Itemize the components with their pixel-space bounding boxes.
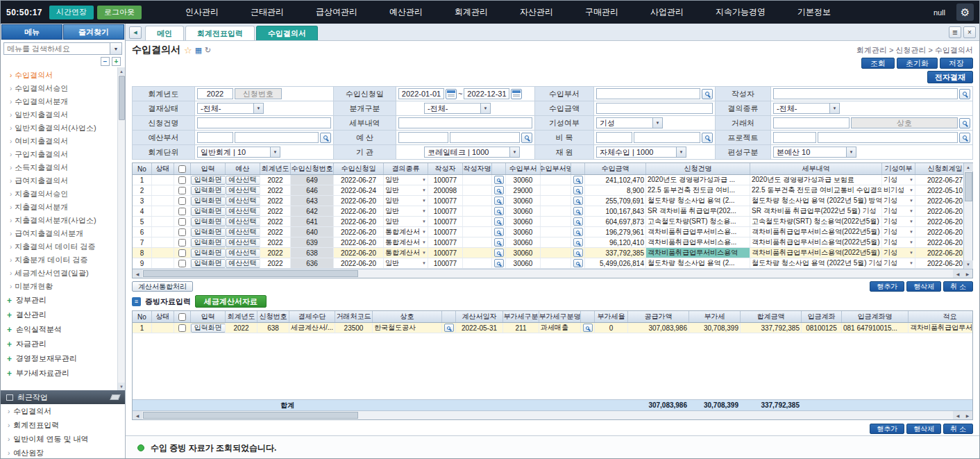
row-checkbox[interactable] — [178, 208, 186, 215]
row-checkbox[interactable] — [178, 197, 186, 205]
tab-journal-entry[interactable]: 회계전표입력 — [185, 26, 255, 40]
search-icon[interactable] — [573, 176, 583, 184]
search-icon[interactable] — [494, 249, 504, 257]
search-icon[interactable] — [521, 133, 532, 143]
table-row[interactable]: 6입력화면예산선택20226402022-06-20통합계산서▼10007730… — [133, 227, 963, 237]
fund-select[interactable]: 자체수입 | 1000▼ — [596, 147, 686, 158]
cell-request-date[interactable]: 2022-06-20 — [334, 206, 384, 216]
cell-status[interactable] — [152, 227, 174, 237]
cell-input-screen[interactable]: 입력화면 — [191, 196, 226, 206]
cell-writer-search[interactable] — [492, 196, 506, 206]
cell-detail[interactable]: SR 객차비품 취급업무(2022년 5월) 기성 — [750, 206, 882, 216]
input-screen-button[interactable]: 입력화면 — [191, 238, 226, 247]
cell-decision-type[interactable]: 일반▼ — [384, 196, 428, 206]
cell-detail[interactable]: 객차비품취급업무서비스용역(2022년5월) 기성 — [750, 237, 882, 247]
cell-detail[interactable]: 22.5 동부건축 전도금 여비교통비 수입결의(착... — [750, 185, 882, 195]
cell-writer-name[interactable] — [463, 185, 492, 195]
cell-checkbox[interactable] — [174, 237, 191, 247]
budget-select-button[interactable]: 예산선택 — [226, 186, 260, 195]
sidebar-group-item[interactable]: +경영정보재무관리 — [1, 351, 117, 366]
cell-status[interactable] — [152, 258, 174, 268]
cell-vat-rate[interactable]: 0 — [595, 323, 628, 333]
item-name-input[interactable] — [634, 132, 700, 143]
input-screen-button[interactable]: 입력화면 — [191, 186, 226, 195]
cell-writer-search[interactable] — [492, 248, 506, 258]
cell-deposit-account-name[interactable]: 081 647910015... — [842, 323, 909, 333]
cell-request-date[interactable]: 2022-06-20 — [334, 217, 384, 226]
cell-dept-name[interactable] — [541, 248, 571, 258]
search-icon[interactable] — [573, 197, 583, 205]
budget-dept-name-input[interactable] — [235, 132, 319, 143]
input-screen-button[interactable]: 입력화면 — [191, 228, 226, 237]
cell-request-number[interactable]: 643 — [291, 196, 334, 206]
search-icon[interactable] — [959, 89, 970, 99]
search-icon[interactable] — [573, 207, 583, 215]
table-row[interactable]: 4입력화면예산선택20226422022-06-20일반▼10007730060… — [133, 206, 963, 217]
input-screen-button[interactable]: 입력화면 — [191, 176, 226, 185]
cell-detail[interactable]: 철도차량 청소사업 용역 (2022년 5월) 방역 — [750, 196, 882, 206]
cell-decision-type[interactable]: 일반▼ — [384, 206, 428, 216]
search-icon[interactable] — [494, 259, 504, 267]
sidebar-menu-item[interactable]: ›지출결의서승인 — [1, 187, 117, 201]
project-code-input[interactable] — [773, 132, 816, 143]
cell-fiscal-year[interactable]: 2022 — [260, 258, 291, 268]
decision-type-select[interactable]: -전체-▼ — [773, 103, 840, 114]
sidebar-group-item[interactable]: +손익실적분석 — [1, 322, 117, 337]
sidebar-group-item[interactable]: +장부관리 — [1, 293, 117, 308]
cell-row-number[interactable]: 7 — [133, 237, 152, 247]
cell-request-number[interactable]: 649 — [291, 175, 334, 185]
cell-dept-name[interactable] — [541, 227, 571, 237]
cell-decision-type[interactable]: 일반▼ — [384, 258, 428, 268]
collapse-all-button[interactable]: − — [101, 57, 110, 66]
cell-request-title[interactable]: 객차비품취급업무서비스용역 — [646, 248, 750, 258]
cell-dept-name[interactable] — [541, 237, 571, 247]
topbar-menu-item[interactable]: 지속가능경영 — [716, 6, 766, 18]
cell-writer-name[interactable] — [463, 196, 492, 206]
sidebar-menu-item[interactable]: ›세금계산서연결(일괄) — [1, 267, 117, 280]
cell-fiscal-year[interactable]: 2022 — [260, 185, 291, 195]
cell-writer-id[interactable]: 100077 — [428, 196, 463, 206]
input-screen-button[interactable]: 입력화면 — [191, 207, 226, 216]
cell-writer-name[interactable] — [463, 237, 492, 247]
cell-status[interactable] — [152, 175, 174, 185]
cell-dept-search[interactable] — [571, 175, 585, 185]
cell-checkbox[interactable] — [174, 206, 191, 216]
cell-input-screen[interactable]: 입력화면 — [191, 206, 226, 216]
cell-checkbox[interactable] — [174, 258, 191, 268]
cell-budget-select[interactable]: 예산선택 — [226, 248, 260, 258]
refresh-icon[interactable]: ↻ — [205, 46, 211, 55]
cell-writer-search[interactable] — [492, 258, 506, 268]
cell-request-number[interactable]: 639 — [291, 237, 334, 247]
table-row[interactable]: 2입력화면예산선택20226462022-06-24일반▼20009829000… — [133, 185, 963, 196]
cell-request-number[interactable]: 646 — [291, 185, 334, 195]
cell-writer-id[interactable]: 100077 — [428, 217, 463, 226]
cell-request-date[interactable]: 2022-06-20 — [334, 258, 384, 268]
cell-income-amount[interactable]: 241,102,470 — [585, 175, 646, 185]
income-dept-input[interactable] — [596, 88, 700, 99]
calendar-icon[interactable] — [511, 89, 522, 99]
sidebar-tab-menu[interactable]: 메뉴 — [1, 24, 62, 40]
scroll-down-icon[interactable]: ▼ — [118, 383, 126, 390]
cancel-button[interactable]: 취 소 — [943, 281, 973, 292]
agency-select[interactable]: 코레일테크 | 1000▼ — [424, 147, 520, 158]
cell-request-number[interactable]: 638 — [291, 248, 334, 258]
project-name-input[interactable] — [818, 132, 958, 143]
cell-decision-type[interactable]: 통합계산서▼ — [384, 237, 428, 247]
table-row[interactable]: 9입력화면예산선택20226362022-06-20일반▼10007730060… — [133, 258, 963, 269]
cell-account-date[interactable]: 2022-06-20 — [915, 248, 963, 258]
cell-account-date[interactable]: 2022-06-20 — [915, 217, 963, 226]
cell-vat-amount[interactable]: 30,708,399 — [689, 323, 741, 333]
cell-dept-id[interactable]: 30060 — [506, 258, 541, 268]
sidebar-menu-item[interactable]: ›급여지출결의서 — [1, 174, 117, 187]
cell-fiscal-year[interactable]: 2022 — [260, 206, 291, 216]
topbar-menu-item[interactable]: 급상여관리 — [316, 6, 357, 18]
scroll-left-icon[interactable]: ◀ — [953, 269, 963, 278]
input-screen-button[interactable]: 입력화면 — [191, 197, 226, 206]
row-checkbox[interactable] — [178, 187, 186, 194]
scrollbar-thumb[interactable] — [119, 76, 125, 120]
cell-detail[interactable]: 객차비품취급업무서비스용역(2022년5월) 기성 — [750, 248, 882, 258]
delete-row-button[interactable]: 행삭제 — [906, 281, 941, 292]
cell-decision-type[interactable]: 통합계산서▼ — [384, 227, 428, 237]
cell-budget-select[interactable]: 예산선택 — [226, 227, 260, 237]
save-button[interactable]: 저장 — [940, 58, 973, 69]
